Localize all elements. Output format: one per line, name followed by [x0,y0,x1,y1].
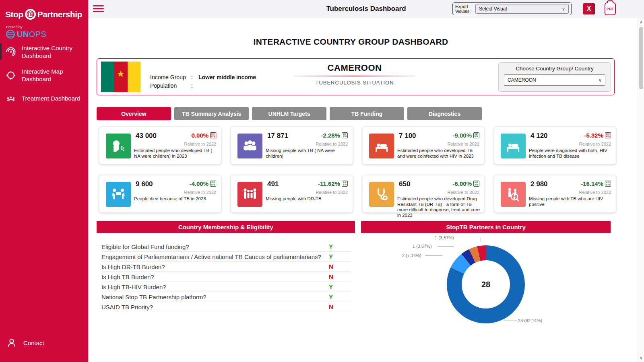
export-visuals-group: Export Visuals: Select Visual ∨ [452,2,572,15]
donut-label-blue-segment: 23 (82,14%) [518,318,542,323]
kpi-description: Missing people with TB ( NA were childre… [266,148,349,159]
chevron-down-icon: ∨ [562,6,565,12]
binary-icon: 01FB7B [605,132,611,138]
select-visual-value: Select Visual [479,6,507,12]
kpi-card[interactable]: 43 0000.00%01FB7BRelative to 2022Estimat… [99,127,221,165]
country-title-block: CAMEROON TUBERCULOSIS SITUATION [270,63,439,86]
membership-panel: Country Membership & Eligibility Eligibl… [97,221,355,331]
export-pdf-icon[interactable]: PDF [605,2,616,15]
page-title: INTERACTIVE COUNTRY GROUP DASHBOARD [88,37,613,47]
membership-row: Engagement of Parliamentarians / Active … [101,252,351,262]
membership-row: Is High TB-HIV Burden?Y [101,282,351,292]
tab-diagnostics[interactable]: Diagnostics [407,107,482,120]
unops-logo: UNOPS [5,29,47,39]
leader-line [460,238,481,238]
kpi-relative-label: Relative to 2022 [184,142,217,146]
binary-icon: 01FB7B [605,181,611,187]
logo-partnership-text: Partnership [37,10,82,19]
kpi-card[interactable]: 7 100-9.00%01FB7BRelative to 2022Estimat… [362,127,485,165]
kpi-card[interactable]: 650-6.00%01FB7BRelative to 2022Estimated… [362,175,485,213]
vertical-scrollbar[interactable]: ∧ ∨ [638,18,644,362]
country-name: CAMEROON [270,63,439,73]
membership-answer: Y [329,293,351,301]
chevron-down-icon: ∨ [599,78,602,83]
country-chooser-label: Choose Country Group/ Country [504,66,605,72]
sidebar: Stop TB Partnership Hosted by UNOPS Inte… [0,0,88,362]
leader-line [425,255,442,256]
donut-label-navy-segment: 1 (3,57%) [413,244,432,249]
kpi-card[interactable]: 17 871-2.28%01FB7BRelative to 2022Missin… [231,127,353,165]
kpi-card[interactable]: 2 980-16.14%01FB7BRelative to 2022Missin… [494,175,616,213]
tb-badge-icon: TB [25,9,36,20]
kpi-relative-label: Relative to 2022 [579,142,611,146]
kpi-value: 7 100 [399,132,416,140]
sidebar-item-label: Interactive Country Dashboard [22,44,85,60]
excel-letter: X [587,5,591,12]
dashboard-tabs: Overview TB Summary Analysis UNHLM Targe… [97,107,482,120]
tab-overview[interactable]: Overview [97,107,171,120]
kpi-card[interactable]: 4 120-5.32%01FB7BRelative to 2022People … [494,127,616,165]
sidebar-item-interactive-map-dashboard[interactable]: Interactive Map Dashboard [0,64,88,87]
binary-icon: 01FB7B [210,181,216,187]
membership-answer: Y [329,243,351,251]
topbar: Tuberculosis Dashboard Export Visuals: S… [88,0,644,18]
tab-unhlm-targets[interactable]: UNHLM Targets [252,107,326,120]
kpi-percent-change: -5.32%01FB7B [584,132,611,139]
people-magnifier-icon [501,182,526,207]
leader-line [438,246,454,247]
membership-row: Is High TB Burden?N [101,272,351,282]
kpi-description: Missing people with TB who are HIV posit… [529,196,613,207]
country-header-card: ★ Income Group : Lower middle income Pop… [97,58,615,95]
kpi-description: Missing people with DR-TB [266,196,349,202]
donut-label-lightblue-segment: 2 (7,14%) [402,253,421,258]
kpi-percent-change: -4.00%01FB7B [189,180,216,187]
country-chooser-dropdown[interactable]: CAMEROON ∨ [504,74,605,86]
kpi-percent-change: -16.14%01FB7B [581,180,611,187]
partners-panel-title: StopTB Partners in Country [361,221,611,233]
tab-tb-funding[interactable]: TB Funding [330,107,404,120]
kpi-description: Estimated people who developed Drug Resi… [397,196,481,218]
membership-question: Eligible for Global Fund funding? [101,243,329,251]
membership-question: National Stop TB Partnership platform? [101,293,329,301]
kpi-relative-label: Relative to 2022 [316,190,348,195]
country-chooser-value: CAMEROON [508,77,536,83]
sidebar-item-label: Treatment Dashboard [22,95,80,102]
export-visuals-label: Export Visuals: [455,4,473,14]
membership-row: Eligible for Global Fund funding?Y [101,242,351,252]
scrollbar-thumb[interactable] [639,27,643,89]
membership-answer: N [329,303,351,311]
hosted-by-label: Hosted by [6,25,23,29]
binary-icon: 01FB7B [210,132,216,138]
scroll-down-arrow-icon[interactable]: ∨ [638,355,644,361]
sidebar-item-treatment-dashboard[interactable]: Treatment Dashboard [0,87,88,109]
kpi-description: Estimated people who developed TB ( NA w… [134,148,218,159]
kpi-description: Estimated people who developed TB and we… [397,148,481,159]
donut-center-total: 28 [462,260,510,309]
kpi-value: 43 000 [136,132,157,140]
partners-donut-chart: 28 1 (3,57%) 1 (3,57%) 2 (7,14%) 23 (82,… [361,233,611,330]
partners-panel: StopTB Partners in Country 28 1 (3,57%) … [361,221,611,330]
export-excel-icon[interactable]: X [583,3,595,14]
kpi-card[interactable]: 491-11.62%01FB7BRelative to 2022Missing … [231,175,353,213]
cameroon-flag: ★ [101,62,140,92]
country-chooser: Choose Country Group/ Country CAMEROON ∨ [498,62,611,92]
main-content: INTERACTIVE COUNTRY GROUP DASHBOARD ★ In… [88,18,638,362]
un-globe-icon [5,29,16,39]
sidebar-item-label: Interactive Map Dashboard [22,68,85,83]
coughing-person-icon [106,134,131,158]
flag-star-icon: ★ [114,69,127,79]
membership-answer: N [329,273,351,281]
leader-line [481,238,481,242]
select-visual-dropdown[interactable]: Select Visual ∨ [475,4,569,14]
divider [294,76,415,76]
membership-question: Is High DR-TB Burden? [101,263,329,271]
sidebar-item-interactive-country-dashboard[interactable]: Interactive Country Dashboard [0,40,88,64]
patient-bed-icon [369,134,394,158]
kpi-percent-change: -2.28%01FB7B [321,132,348,139]
country-subtitle: TUBERCULOSIS SITUATION [270,80,439,86]
family-group-icon [237,182,262,207]
tab-tb-summary-analysis[interactable]: TB Summary Analysis [174,107,249,120]
scroll-up-arrow-icon[interactable]: ∧ [638,19,644,25]
sidebar-item-contact[interactable]: Contact [0,337,88,348]
kpi-card[interactable]: 9 600-4.00%01FB7BRelative to 2022People … [99,175,221,213]
